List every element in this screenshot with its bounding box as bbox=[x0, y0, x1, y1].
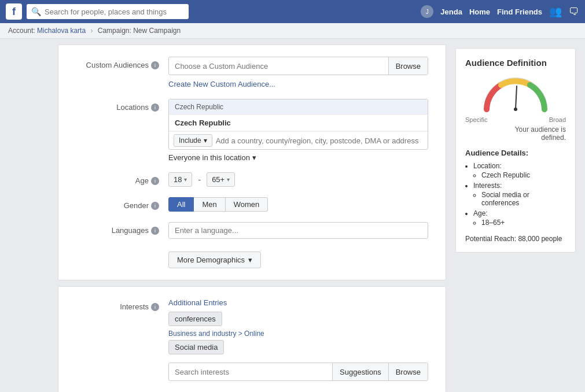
include-label: Include bbox=[179, 136, 201, 145]
age-label: Age i bbox=[76, 172, 168, 185]
languages-row: Languages i bbox=[76, 222, 428, 239]
audience-details-title: Audience Details: bbox=[465, 149, 566, 157]
audience-details: Audience Details: Location: Czech Republ… bbox=[465, 149, 566, 227]
top-navigation: f 🔍 J Jenda Home Find Friends 👥 🗨 bbox=[0, 0, 585, 23]
gender-row: Gender i All Men Women bbox=[76, 197, 428, 212]
custom-audience-input[interactable] bbox=[169, 62, 388, 71]
age-to-button[interactable]: 65+ ▾ bbox=[207, 172, 235, 187]
age-control: 18 ▾ - 65+ ▾ bbox=[168, 172, 428, 187]
interest-tag-social-media: Social media bbox=[168, 340, 224, 354]
age-to-chevron-icon: ▾ bbox=[227, 176, 230, 183]
languages-label: Languages i bbox=[76, 222, 168, 235]
detail-location-value: Czech Republic bbox=[481, 171, 566, 179]
detail-age-label: Age: bbox=[473, 209, 488, 217]
campaign-label: Campaign: bbox=[98, 27, 131, 35]
languages-control bbox=[168, 222, 428, 239]
more-demographics-chevron-icon: ▾ bbox=[248, 256, 252, 264]
locations-info-icon[interactable]: i bbox=[151, 103, 159, 112]
everyone-chevron-icon: ▾ bbox=[252, 153, 256, 162]
gauge-subtitle1: Your audience is bbox=[515, 125, 566, 134]
detail-location-label: Location: bbox=[473, 162, 502, 170]
user-nav: J Jenda Home Find Friends 👥 🗨 bbox=[421, 5, 579, 18]
search-interests-row: Suggestions Browse bbox=[168, 363, 428, 381]
age-row: Age i 18 ▾ - 65+ ▾ bbox=[76, 172, 428, 187]
svg-line-0 bbox=[516, 86, 517, 109]
gauge-subtitle2: defined. bbox=[541, 134, 566, 142]
age-from-value: 18 bbox=[174, 175, 182, 184]
gauge-labels: Specific Broad bbox=[465, 116, 566, 123]
suggestions-button[interactable]: Suggestions bbox=[332, 363, 388, 380]
detail-age-value: 18–65+ bbox=[481, 219, 566, 227]
account-link[interactable]: Michalova karta bbox=[37, 27, 86, 35]
location-search-input[interactable] bbox=[216, 136, 423, 145]
everyone-label: Everyone in this location bbox=[168, 153, 250, 162]
interests-label: Interests i bbox=[76, 298, 168, 311]
age-from-chevron-icon: ▾ bbox=[184, 176, 187, 183]
custom-audiences-control: Browse Create New Custom Audience... bbox=[168, 57, 428, 88]
create-custom-audience-link[interactable]: Create New Custom Audience... bbox=[168, 80, 428, 88]
campaign-name: New Campaign bbox=[133, 27, 181, 35]
account-label: Account: bbox=[8, 27, 35, 35]
detail-age-item: Age: 18–65+ bbox=[473, 209, 566, 227]
search-interests-input[interactable] bbox=[169, 368, 332, 376]
messages-icon[interactable]: 🗨 bbox=[569, 6, 579, 18]
locations-label: Locations i bbox=[76, 99, 168, 112]
custom-audiences-label: Custom Audiences i bbox=[76, 57, 168, 69]
find-friends-link[interactable]: Find Friends bbox=[497, 8, 542, 16]
detail-interests-value: Social media or conferences bbox=[481, 191, 566, 207]
gender-label: Gender i bbox=[76, 197, 168, 210]
age-dash: - bbox=[198, 175, 201, 184]
friends-icon[interactable]: 👥 bbox=[549, 5, 562, 18]
more-demographics-label: More Demographics bbox=[177, 256, 245, 264]
home-link[interactable]: Home bbox=[469, 8, 490, 16]
gender-women-button[interactable]: Women bbox=[226, 197, 268, 212]
everyone-in-location[interactable]: Everyone in this location ▾ bbox=[168, 153, 428, 162]
gauge-chart bbox=[481, 75, 550, 115]
gender-control: All Men Women bbox=[168, 197, 428, 212]
age-info-icon[interactable]: i bbox=[151, 177, 159, 185]
interests-row: Interests i Additional Entries conferenc… bbox=[76, 298, 428, 381]
gauge-broad-label: Broad bbox=[549, 116, 566, 123]
gender-men-button[interactable]: Men bbox=[194, 197, 225, 212]
age-from-button[interactable]: 18 ▾ bbox=[168, 172, 192, 187]
age-to-value: 65+ bbox=[212, 175, 225, 184]
interests-info-icon[interactable]: i bbox=[151, 303, 159, 311]
interest-tag2-wrapper: Social media bbox=[168, 340, 428, 358]
additional-entries-link[interactable]: Additional Entries bbox=[168, 298, 428, 307]
gender-info-icon[interactable]: i bbox=[151, 202, 159, 210]
custom-audiences-info-icon[interactable]: i bbox=[151, 61, 159, 69]
language-input[interactable] bbox=[168, 222, 428, 239]
location-box: Czech Republic Czech Republic Include ▾ bbox=[168, 99, 428, 150]
more-demographics-button[interactable]: More Demographics ▾ bbox=[168, 252, 261, 268]
detail-interests-item: Interests: Social media or conferences bbox=[473, 182, 566, 207]
audience-details-list: Location: Czech Republic Interests: Soci… bbox=[465, 162, 566, 227]
custom-audience-browse-button[interactable]: Browse bbox=[388, 57, 428, 75]
interests-section: Interests i Additional Entries conferenc… bbox=[58, 286, 446, 392]
location-value: Czech Republic bbox=[169, 115, 428, 131]
gender-group: All Men Women bbox=[168, 197, 428, 212]
search-input[interactable] bbox=[45, 8, 184, 16]
interests-browse-button[interactable]: Browse bbox=[388, 363, 428, 380]
custom-audiences-row: Custom Audiences i Browse Create New Cus… bbox=[76, 57, 428, 88]
breadcrumb-separator: › bbox=[90, 27, 93, 35]
potential-reach: Potential Reach: 88,000 people bbox=[465, 235, 566, 243]
user-name-link[interactable]: Jenda bbox=[440, 8, 462, 16]
audience-section: Custom Audiences i Browse Create New Cus… bbox=[58, 45, 446, 280]
right-sidebar: Audience Definition Specifi bbox=[446, 39, 585, 392]
more-demographics-empty-label bbox=[76, 249, 168, 253]
audience-definition-card: Audience Definition Specifi bbox=[455, 48, 576, 253]
gender-all-button[interactable]: All bbox=[168, 197, 194, 212]
locations-row: Locations i Czech Republic Czech Republi… bbox=[76, 99, 428, 162]
search-bar[interactable]: 🔍 bbox=[27, 4, 189, 19]
interest-category-link[interactable]: Business and industry > Online bbox=[168, 330, 428, 338]
interests-control: Additional Entries conferences Business … bbox=[168, 298, 428, 381]
gauge-specific-label: Specific bbox=[465, 116, 488, 123]
interest-tag1-wrapper: conferences bbox=[168, 312, 428, 330]
more-demographics-control: More Demographics ▾ bbox=[168, 249, 428, 268]
gauge-container: Specific Broad Your audience is defined. bbox=[465, 75, 566, 142]
gauge-subtitle: Your audience is defined. bbox=[465, 125, 566, 142]
facebook-logo: f bbox=[6, 3, 22, 20]
include-button[interactable]: Include ▾ bbox=[174, 134, 212, 147]
languages-info-icon[interactable]: i bbox=[151, 227, 159, 235]
include-chevron-icon: ▾ bbox=[204, 136, 207, 145]
